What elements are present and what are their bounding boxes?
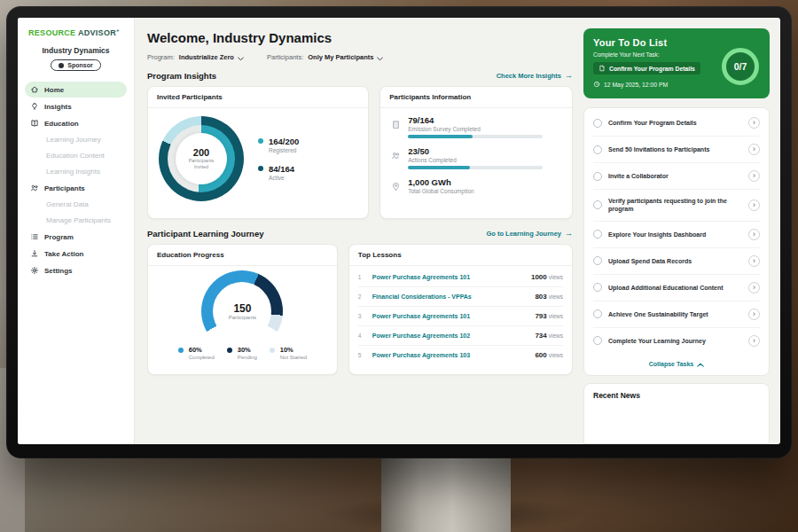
task-row[interactable]: Achieve One Sustainability Target › [593,301,760,328]
sidebar-item-settings[interactable]: Settings [25,262,127,278]
monitor-stand [381,456,511,532]
participants-select-value: Only My Participants [308,53,373,61]
task-checkbox[interactable] [593,283,602,292]
learning-journey-header: Participant Learning Journey Go to Learn… [147,229,573,239]
education-progress-gauge: 150 Participants [201,270,283,343]
task-row[interactable]: Upload Additional Educational Content › [593,275,760,301]
sidebar-item-home[interactable]: Home [25,82,127,98]
chevron-right-icon[interactable]: › [748,144,760,155]
task-row[interactable]: Send 50 Invitations to Participants › [593,137,760,163]
lesson-link[interactable]: Power Purchase Agreements 101 [372,274,524,280]
task-checkbox[interactable] [593,256,602,265]
org-name: Industry Dynamics [18,46,134,55]
chevron-right-icon[interactable]: › [748,282,760,293]
home-icon [30,85,39,94]
sidebar-item-label: General Data [46,200,89,208]
arrow-right-icon: → [565,230,573,238]
lesson-row: 4 Power Purchase Agreements 102 734views [358,326,563,346]
check-more-insights-link[interactable]: Check More Insights → [497,72,573,80]
task-checkbox[interactable] [593,336,602,345]
task-checkbox[interactable] [593,145,602,154]
next-task-pill[interactable]: Confirm Your Program Details [593,62,700,74]
chevron-right-icon[interactable]: › [748,117,760,129]
people-icon [391,148,401,158]
donut-legend: 164/200 Registered 84/164 Active [258,137,299,181]
lesson-link[interactable]: Power Purchase Agreements 101 [372,313,528,319]
list-icon [30,232,39,241]
location-pin-icon [391,179,401,189]
go-to-learning-journey-link[interactable]: Go to Learning Journey → [486,230,573,238]
lesson-row: 5 Power Purchase Agreements 103 600views [358,346,563,364]
task-row[interactable]: Upload Spend Data Records › [593,248,760,275]
info-row: 23/50 Actions Completed [391,146,561,169]
lesson-link[interactable]: Financial Considerations - VPPAs [372,293,528,300]
lesson-link[interactable]: Power Purchase Agreements 103 [372,352,528,358]
chevron-up-icon [697,362,704,366]
task-checkbox[interactable] [593,200,602,209]
donut-center-value: 200 [193,147,209,158]
invited-participants-card: Invited Participants 200 Participants In… [147,86,369,219]
program-select[interactable]: Industrialize Zero [179,53,244,61]
sidebar-item-insights[interactable]: Insights [25,98,127,114]
participants-filter-label: Participants: [267,53,303,61]
logo-plus: + [116,27,120,33]
sidebar-item-manage-participants[interactable]: Manage Participants [25,213,127,228]
lesson-row: 2 Financial Considerations - VPPAs 803vi… [358,287,563,307]
building-icon [391,117,401,127]
legend-item: 164/200 Registered [258,137,299,153]
todo-title: Your To Do List [593,37,760,48]
sidebar-item-learning-journey[interactable]: Learning Journey [25,132,127,147]
recent-news-title: Recent News [593,391,760,400]
insights-cards-row: Invited Participants 200 Participants In… [147,86,573,219]
sidebar-item-general-data[interactable]: General Data [25,197,127,212]
sidebar-item-label: Education [44,120,79,128]
participants-information-card: Participants Information 79/164 Emission… [379,86,573,219]
sidebar-item-learning-insights[interactable]: Learning Insights [25,164,127,179]
task-row[interactable]: Confirm Your Program Details › [593,110,760,137]
gear-icon [30,266,39,275]
sidebar: RESOURCE ADVISOR+ Industry Dynamics Spon… [18,18,135,444]
card-title: Participants Information [380,87,572,108]
task-checkbox[interactable] [593,230,602,239]
sidebar-item-education[interactable]: Education [25,115,127,131]
program-filter-label: Program: [147,53,175,61]
main-content: Welcome, Industry Dynamics Program: Indu… [135,18,583,444]
task-checkbox[interactable] [593,119,602,128]
participants-select[interactable]: Only My Participants [308,53,383,61]
donut-center-label: Participants Invited [183,158,220,170]
task-checkbox[interactable] [593,172,602,181]
chevron-right-icon[interactable]: › [748,170,760,182]
sponsor-label: Sponsor [67,62,92,68]
sidebar-item-take-action[interactable]: Take Action [25,246,127,262]
task-row[interactable]: Invite a Collaborator › [593,163,760,190]
logo-resource: RESOURCE [28,28,75,37]
chevron-right-icon[interactable]: › [748,200,760,211]
chevron-right-icon[interactable]: › [748,229,760,240]
legend-dot [178,348,184,353]
collapse-tasks-link[interactable]: Collapse Tasks [593,354,760,371]
legend-item: 84/164 Active [258,164,299,181]
sidebar-item-label: Insights [44,103,72,111]
chevron-right-icon[interactable]: › [748,255,760,267]
sidebar-item-participants[interactable]: Participants [25,180,127,196]
chevron-right-icon[interactable]: › [748,335,760,347]
legend-dot [258,166,263,171]
chevron-right-icon[interactable]: › [748,309,760,320]
card-title: Invited Participants [148,87,368,108]
task-row[interactable]: Verify participants requesting to join t… [593,190,760,222]
learning-cards-row: Education Progress 150 Participants [147,244,573,375]
sidebar-item-education-content[interactable]: Education Content [25,148,127,163]
task-row[interactable]: Complete Your Learning Journey › [593,328,760,354]
task-checkbox[interactable] [593,309,602,318]
recent-news-card: Recent News [583,383,770,444]
book-icon [30,119,39,128]
sidebar-item-program[interactable]: Program [25,229,127,245]
lesson-link[interactable]: Power Purchase Agreements 102 [372,332,528,339]
sidebar-item-label: Education Content [46,152,105,160]
lesson-row: 3 Power Purchase Agreements 101 793views [358,307,563,326]
screen: RESOURCE ADVISOR+ Industry Dynamics Spon… [18,18,780,444]
arrow-right-icon: → [565,72,573,80]
participants-filter: Participants: Only My Participants [267,53,383,61]
section-title: Participant Learning Journey [147,229,263,239]
task-row[interactable]: Explore Your Insights Dashboard › [593,222,760,248]
